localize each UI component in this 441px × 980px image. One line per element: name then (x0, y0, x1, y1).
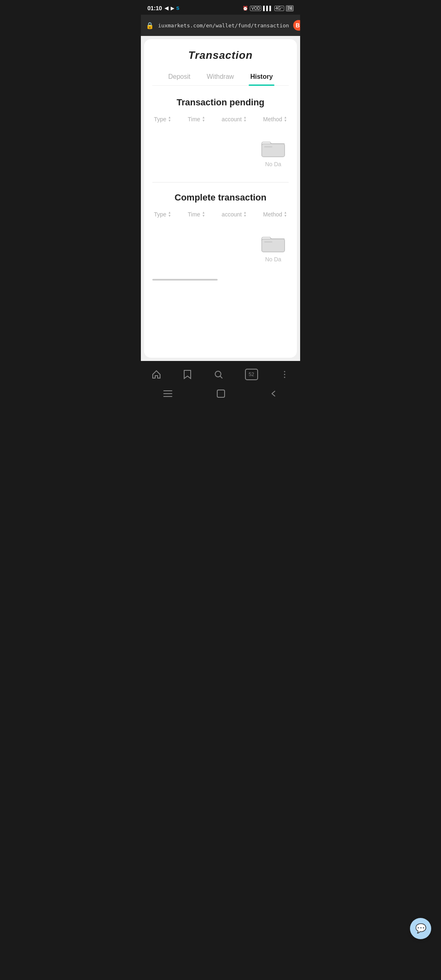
tab-withdraw[interactable]: Withdraw (205, 70, 236, 85)
svg-rect-12 (163, 393, 172, 394)
svg-rect-4 (262, 239, 285, 252)
sort-method-icon-2: ▲▼ (284, 211, 287, 218)
svg-point-9 (284, 374, 285, 375)
search-icon (214, 370, 223, 379)
svg-rect-2 (262, 144, 285, 157)
bottom-nav: 52 (141, 361, 300, 386)
section-divider (152, 182, 289, 183)
more-icon (280, 370, 290, 379)
svg-text:B: B (296, 22, 300, 29)
complete-no-data: No Da (152, 221, 289, 271)
sys-menu-btn[interactable] (163, 390, 172, 399)
square-home-icon (217, 390, 225, 398)
svg-rect-5 (264, 241, 272, 243)
svg-rect-11 (163, 390, 172, 391)
complete-section-title: Complete transaction (152, 192, 289, 203)
main-content: Transaction Deposit Withdraw History Tra… (141, 36, 300, 361)
lock-icon: 🔒 (146, 22, 154, 29)
brave-browser-icon: B (293, 20, 300, 31)
col-account-label-2: account (222, 211, 242, 218)
folder-icon-2 (261, 233, 285, 254)
sort-time-icon-2: ▲▼ (202, 211, 205, 218)
svg-rect-13 (163, 396, 172, 397)
sort-type-icon: ▲▼ (168, 116, 171, 122)
col-time-label-2: Time (188, 211, 200, 218)
tab-bar: Deposit Withdraw History (152, 70, 289, 86)
sort-account-icon: ▲▼ (243, 116, 247, 122)
navigation-icon: ◀ (165, 5, 168, 11)
nav-more[interactable] (280, 370, 290, 379)
pending-section-title: Transaction pending (152, 97, 289, 108)
sys-home-btn[interactable] (217, 390, 225, 399)
col-time-complete[interactable]: Time ▲▼ (188, 211, 205, 218)
browser-bar: 🔒 iuxmarkets.com/en/wallet/fund/transact… (141, 15, 300, 36)
vod-icon: VOD (250, 6, 261, 11)
nav-home[interactable] (151, 370, 161, 379)
alarm-icon: ⏰ (243, 6, 248, 11)
sort-type-icon-2: ▲▼ (168, 211, 171, 218)
col-type-label: Type (154, 116, 166, 122)
svg-rect-14 (217, 390, 225, 397)
back-icon (270, 390, 278, 398)
complete-no-data-label: No Da (265, 256, 281, 263)
nav-bookmark[interactable] (183, 370, 192, 379)
svg-point-8 (284, 371, 285, 372)
pending-section: Transaction pending Type ▲▼ Time ▲▼ acco… (152, 97, 289, 176)
bookmark-icon (183, 370, 192, 379)
col-method-label-2: Method (263, 211, 282, 218)
col-time-pending[interactable]: Time ▲▼ (188, 116, 205, 122)
col-time-label: Time (188, 116, 200, 122)
col-method-complete[interactable]: Method ▲▼ (263, 211, 287, 218)
col-type-label-2: Type (154, 211, 166, 218)
col-method-label: Method (263, 116, 282, 122)
skype-icon: S (176, 6, 179, 11)
sort-time-icon: ▲▼ (202, 116, 205, 122)
svg-line-7 (220, 376, 222, 378)
content-card: Transaction Deposit Withdraw History Tra… (144, 39, 297, 358)
col-type-pending[interactable]: Type ▲▼ (154, 116, 171, 122)
sys-back-btn[interactable] (270, 390, 278, 399)
status-right-area: ⏰ VOD ▌▌▌ 4G⁺ 74 (243, 5, 294, 11)
tab-history[interactable]: History (249, 70, 274, 85)
4g-icon: 4G⁺ (274, 6, 284, 11)
sort-method-icon: ▲▼ (284, 116, 287, 122)
complete-table-header: Type ▲▼ Time ▲▼ account ▲▼ Method ▲▼ (152, 211, 289, 218)
signal-icon: ▌▌▌ (263, 6, 272, 11)
svg-point-10 (284, 377, 285, 378)
status-time: 01:10 (147, 5, 162, 11)
home-icon (151, 370, 161, 379)
scroll-indicator (152, 279, 218, 281)
status-bar: 01:10 ◀ ▶ S ⏰ VOD ▌▌▌ 4G⁺ 74 (141, 0, 300, 15)
pending-no-data: No Da (152, 126, 289, 176)
col-method-pending[interactable]: Method ▲▼ (263, 116, 287, 122)
complete-section: Complete transaction Type ▲▼ Time ▲▼ acc… (152, 192, 289, 271)
col-account-label: account (222, 116, 242, 122)
pending-empty-state: No Da (261, 138, 289, 167)
complete-empty-state: No Da (261, 233, 289, 263)
youtube-icon: ▶ (171, 6, 174, 11)
page-title: Transaction (152, 49, 289, 62)
battery-icon: 74 (286, 5, 294, 11)
pending-no-data-label: No Da (265, 161, 281, 167)
tab-deposit[interactable]: Deposit (167, 70, 192, 85)
nav-search[interactable] (214, 370, 223, 379)
sort-account-icon-2: ▲▼ (243, 211, 247, 218)
status-time-area: 01:10 ◀ ▶ S (147, 5, 179, 11)
col-account-pending[interactable]: account ▲▼ (222, 116, 247, 122)
browser-url[interactable]: iuxmarkets.com/en/wallet/fund/transactio… (158, 22, 289, 29)
system-nav (141, 386, 300, 404)
pending-table-header: Type ▲▼ Time ▲▼ account ▲▼ Method ▲▼ (152, 116, 289, 122)
tabs-count-badge: 52 (245, 369, 258, 380)
nav-tabs[interactable]: 52 (245, 369, 258, 380)
col-type-complete[interactable]: Type ▲▼ (154, 211, 171, 218)
svg-rect-3 (264, 146, 272, 147)
hamburger-icon (163, 390, 172, 397)
col-account-complete[interactable]: account ▲▼ (222, 211, 247, 218)
folder-icon (261, 138, 285, 158)
